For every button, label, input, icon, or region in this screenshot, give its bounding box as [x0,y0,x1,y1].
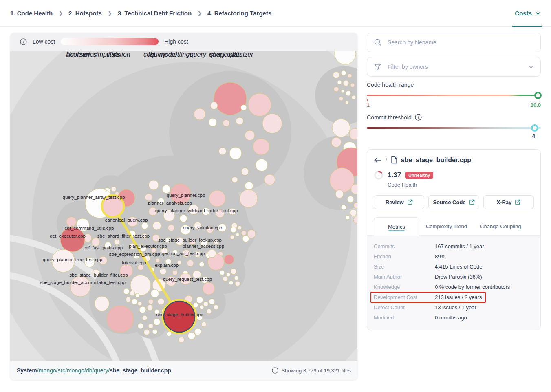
file-bubble[interactable] [223,120,229,126]
file-bubble[interactable] [231,227,236,233]
breadcrumb-item[interactable]: 3. Technical Debt Friction [118,10,192,17]
file-bubble[interactable] [152,329,157,334]
file-bubble[interactable] [339,97,343,101]
file-bubble[interactable] [253,139,269,155]
file-bubble[interactable] [123,288,129,294]
file-bubble[interactable] [345,101,348,104]
file-bubble[interactable] [187,260,194,266]
file-bubble[interactable] [335,190,344,198]
search-input[interactable] [388,39,534,46]
file-bubble[interactable] [341,205,346,210]
file-bubble[interactable] [236,233,239,236]
path-middle[interactable]: /mongo/src/mongo/db/query/ [37,367,110,374]
breadcrumb-item[interactable]: 2. Hotspots [68,10,102,17]
file-bubble[interactable] [207,309,212,314]
file-bubble[interactable] [240,189,258,207]
file-bubble[interactable] [107,306,134,333]
file-bubble[interactable] [262,114,282,133]
file-bubble[interactable] [352,95,356,99]
code-health-track[interactable] [367,95,541,96]
file-bubble[interactable] [126,297,131,302]
file-bubble[interactable] [194,328,201,335]
file-bubble[interactable] [145,194,152,201]
file-bubble[interactable] [135,293,139,297]
file-bubble[interactable] [147,305,153,311]
commit-threshold-track[interactable] [367,127,541,129]
file-bubble[interactable] [188,332,195,339]
file-bubble[interactable] [148,299,153,304]
file-bubble[interactable] [236,117,243,125]
file-bubble[interactable] [264,174,275,185]
breadcrumb-item[interactable]: 4. Refactoring Targets [207,10,271,17]
file-bubble[interactable] [180,215,187,222]
file-bubble[interactable] [142,315,147,320]
file-bubble[interactable] [234,276,238,280]
file-bubble[interactable] [235,281,240,286]
file-bubble[interactable] [354,203,357,208]
file-bubble[interactable] [256,159,268,171]
file-bubble[interactable] [334,87,339,92]
file-bubble[interactable] [214,305,218,310]
file-bubble[interactable] [350,83,355,87]
file-bubble[interactable] [141,222,148,229]
file-bubble[interactable] [333,72,339,78]
info-icon[interactable]: i [415,114,422,121]
file-bubble[interactable] [196,297,203,303]
source-code-button[interactable]: Source Code [428,195,479,209]
selected-file-path[interactable]: System/mongo/src/mongo/db/query/sbe_stag… [17,367,171,374]
back-arrow-icon[interactable] [374,157,382,163]
file-bubble[interactable] [168,225,174,231]
file-bubble[interactable] [111,187,116,192]
breadcrumb-item[interactable]: 1. Code Health [10,10,53,17]
file-bubble[interactable] [223,276,228,281]
commit-threshold-slider[interactable] [367,125,541,131]
file-bubble[interactable] [337,80,342,84]
file-bubble[interactable] [238,226,242,230]
file-bubble[interactable] [350,209,357,216]
file-bubble[interactable] [138,323,143,329]
file-bubble[interactable] [138,302,142,306]
file-bubble[interactable] [219,148,226,155]
file-bubble[interactable] [144,329,150,335]
file-bubble[interactable] [209,190,225,207]
file-bubble[interactable] [229,147,242,159]
file-bubble[interactable] [179,337,184,343]
file-bubble[interactable] [241,168,249,175]
review-button[interactable]: Review [374,195,424,209]
file-bubble[interactable] [209,118,217,126]
file-bubble[interactable] [232,177,238,183]
file-bubble[interactable] [114,239,120,245]
file-bubble[interactable] [224,255,234,264]
file-bubble[interactable] [138,264,143,270]
file-bubble[interactable] [194,108,205,120]
code-health-handle[interactable] [534,92,542,99]
code-health-range-slider[interactable] [367,92,541,99]
file-bubble[interactable] [158,298,164,305]
file-bubble[interactable] [149,180,159,190]
file-bubble[interactable] [248,93,271,116]
file-bubble[interactable] [203,302,208,306]
file-bubble[interactable] [70,276,90,297]
file-bubble[interactable] [247,230,256,238]
file-bubble[interactable] [226,273,230,277]
info-icon[interactable]: i [272,367,278,374]
file-bubble[interactable] [242,236,249,242]
file-bubble[interactable] [132,299,137,304]
file-bubble[interactable] [201,322,206,327]
file-bubble[interactable] [151,289,159,297]
owners-filter-dropdown[interactable]: Filter by owners [367,57,541,77]
file-bubble[interactable] [220,270,225,275]
file-bubble[interactable] [348,74,352,78]
path-file[interactable]: sbe_stage_builder.cpp [110,367,171,374]
file-bubble[interactable] [330,168,354,192]
file-bubble[interactable] [156,258,160,262]
bubble-chart[interactable]: query_planner_array_test.cppquery_planne… [10,51,357,361]
file-bubble[interactable] [343,80,349,86]
view-selector-costs[interactable]: Costs [515,0,541,26]
file-bubble[interactable] [230,235,234,239]
file-bubble[interactable] [203,282,215,295]
file-bubble[interactable] [139,306,146,313]
tab-metrics[interactable]: Metrics [374,217,419,236]
search-box[interactable] [367,33,541,52]
file-bubble[interactable] [60,227,85,252]
